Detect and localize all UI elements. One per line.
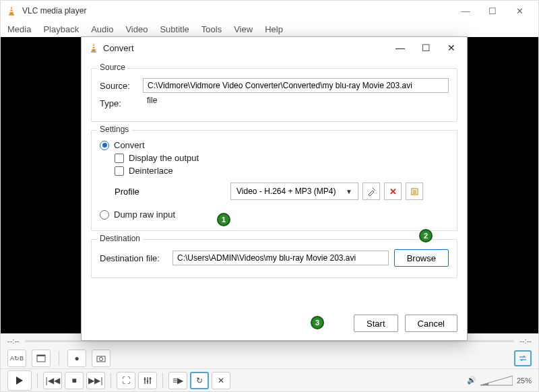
stop-button[interactable]: ■	[65, 372, 84, 389]
settings-group-label: Settings	[97, 125, 131, 134]
svg-rect-5	[37, 355, 45, 356]
dump-raw-radio[interactable]: Dump raw input	[100, 209, 449, 220]
svg-point-10	[147, 380, 149, 382]
type-value: file	[143, 96, 449, 110]
svg-marker-0	[9, 6, 13, 14]
edit-profile-button[interactable]	[362, 183, 380, 200]
convert-dialog: Convert — ☐ ✕ Source Source: Type: file …	[81, 36, 468, 341]
menu-media[interactable]: Media	[7, 24, 31, 34]
dialog-footer: 3 Start Cancel	[82, 315, 467, 340]
volume-icon[interactable]: 🔊	[467, 376, 476, 385]
record-button[interactable]: ●	[67, 350, 86, 367]
menu-view[interactable]: View	[234, 24, 253, 34]
deinterlace-checkbox[interactable]: Deinterlace	[115, 166, 449, 176]
cancel-button[interactable]: Cancel	[405, 315, 457, 332]
convert-radio-label: Convert	[114, 140, 145, 150]
destination-input[interactable]	[172, 251, 389, 265]
source-input[interactable]	[143, 78, 449, 93]
svg-point-11	[150, 377, 152, 379]
time-elapsed: --:--	[7, 337, 20, 345]
loop-indicator[interactable]	[514, 350, 532, 366]
next-button[interactable]: ▶▶|	[86, 372, 105, 389]
vlc-cone-icon	[88, 42, 99, 53]
main-titlebar: VLC media player — ☐ ✕	[1, 1, 538, 21]
menu-subtitle[interactable]: Subtitle	[160, 24, 189, 34]
svg-rect-1	[9, 14, 14, 15]
dialog-title: Convert	[103, 43, 387, 53]
type-label: Type:	[100, 98, 137, 108]
display-output-label: Display the output	[129, 153, 199, 163]
settings-group: Settings Convert Display the output Dein…	[91, 130, 457, 231]
shuffle-button[interactable]: ✕	[212, 372, 230, 389]
source-group: Source Source: Type: file	[91, 68, 457, 122]
dump-raw-label: Dump raw input	[114, 209, 175, 220]
svg-point-9	[144, 378, 146, 380]
svg-rect-16	[92, 46, 95, 47]
menu-help[interactable]: Help	[265, 24, 283, 34]
new-profile-button[interactable]	[406, 183, 423, 200]
svg-point-7	[100, 357, 103, 360]
maximize-button[interactable]: ☐	[479, 1, 506, 20]
profile-combobox[interactable]: Video - H.264 + MP3 (MP4) ▼	[230, 183, 358, 200]
menu-video[interactable]: Video	[125, 24, 148, 34]
browse-button[interactable]: Browse	[394, 249, 449, 267]
dialog-titlebar[interactable]: Convert — ☐ ✕	[82, 37, 467, 59]
menu-playback[interactable]: Playback	[43, 24, 79, 34]
source-label: Source:	[100, 81, 137, 91]
profile-label: Profile	[115, 187, 155, 197]
ext-settings-button[interactable]	[138, 372, 157, 389]
start-button[interactable]: Start	[354, 315, 398, 332]
menu-tools[interactable]: Tools	[201, 24, 222, 34]
frame-step-button[interactable]	[32, 350, 51, 367]
checkbox-icon	[115, 154, 124, 163]
display-output-checkbox[interactable]: Display the output	[115, 153, 449, 163]
toolbar-row-1: A↻B ●	[1, 348, 538, 368]
toolbar-row-2: |◀◀ ■ ▶▶| ⛶ ≡▶ ↻ ✕ 🔊 25%	[1, 368, 538, 391]
play-button[interactable]	[7, 370, 32, 391]
volume-percent: 25%	[517, 377, 532, 385]
deinterlace-label: Deinterlace	[129, 166, 173, 176]
vlc-cone-icon	[6, 5, 17, 16]
dialog-close-button[interactable]: ✕	[439, 38, 464, 57]
prev-button[interactable]: |◀◀	[43, 372, 62, 389]
snapshot-button[interactable]	[92, 350, 110, 367]
svg-marker-8	[16, 377, 23, 385]
time-total: --:--	[519, 337, 532, 345]
close-button[interactable]: ✕	[506, 1, 533, 20]
annotation-badge-1: 1	[217, 213, 230, 226]
ab-loop-button[interactable]: A↻B	[7, 350, 26, 367]
convert-radio[interactable]: Convert	[100, 140, 449, 150]
minimize-button[interactable]: —	[452, 1, 479, 20]
svg-rect-17	[92, 48, 96, 50]
destination-group-label: Destination	[97, 234, 143, 243]
annotation-badge-3: 3	[311, 316, 324, 329]
loop-button[interactable]: ↻	[190, 372, 209, 389]
radio-on-icon	[100, 141, 109, 150]
chevron-down-icon: ▼	[346, 188, 352, 195]
playlist-button[interactable]: ≡▶	[168, 372, 187, 389]
volume-slider[interactable]	[480, 374, 513, 387]
annotation-badge-2: 2	[419, 229, 433, 242]
profile-value: Video - H.264 + MP3 (MP4)	[236, 187, 336, 196]
destination-group: Destination Destination file: Browse 2	[91, 239, 457, 278]
dialog-minimize-button[interactable]: —	[387, 38, 413, 57]
fullscreen-button[interactable]: ⛶	[117, 372, 135, 389]
svg-rect-15	[91, 51, 96, 53]
delete-profile-button[interactable]: ✕	[384, 183, 402, 200]
svg-marker-14	[92, 43, 96, 51]
svg-rect-3	[10, 11, 13, 13]
destination-label: Destination file:	[100, 253, 167, 263]
main-menubar: Media Playback Audio Video Subtitle Tool…	[1, 21, 538, 37]
dialog-maximize-button[interactable]: ☐	[413, 38, 439, 57]
checkbox-icon	[115, 166, 124, 176]
bottom-panel: --:-- --:-- A↻B ● |◀◀ ■ ▶▶| ⛶ ≡▶ ↻ ✕	[1, 333, 538, 391]
radio-off-icon	[100, 210, 109, 220]
svg-rect-2	[10, 9, 13, 10]
main-title: VLC media player	[22, 6, 452, 15]
menu-audio[interactable]: Audio	[91, 24, 113, 34]
source-group-label: Source	[97, 63, 128, 72]
